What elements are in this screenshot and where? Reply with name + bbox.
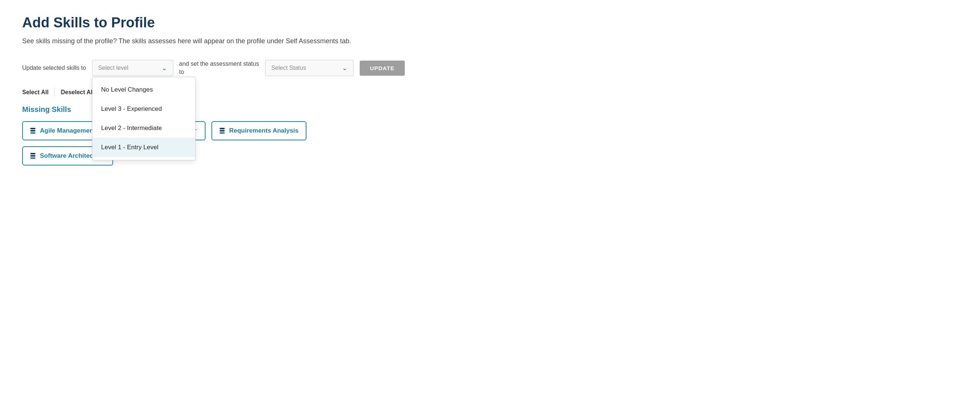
status-select[interactable]: Select Status ⌄ bbox=[265, 60, 354, 76]
mid-label: and set the assessment status to bbox=[179, 60, 259, 76]
level-chevron-icon: ⌄ bbox=[162, 64, 167, 72]
icon-bar-3 bbox=[30, 132, 35, 134]
dropdown-item-no-change[interactable]: No Level Changes bbox=[92, 80, 195, 99]
deselect-all-button[interactable]: Deselect All bbox=[60, 89, 94, 96]
icon-bar-1 bbox=[30, 128, 35, 129]
skill-name-requirements: Requirements Analysis bbox=[229, 127, 298, 135]
page-title: Add Skills to Profile bbox=[22, 15, 958, 31]
skill-icon-requirements bbox=[220, 128, 225, 134]
level-dropdown-container: Select level ⌄ No Level Changes Level 3 … bbox=[92, 60, 173, 76]
level-select[interactable]: Select level ⌄ bbox=[92, 60, 173, 76]
update-button[interactable]: UPDATE bbox=[360, 60, 405, 76]
level-dropdown-menu: No Level Changes Level 3 - Experienced L… bbox=[92, 77, 196, 160]
icon-bar-2 bbox=[30, 130, 35, 132]
page-subtitle: See skills missing of the profile? The s… bbox=[22, 37, 958, 45]
skill-icon-agile bbox=[30, 128, 35, 134]
select-all-button[interactable]: Select All bbox=[22, 89, 54, 96]
skill-icon-software bbox=[30, 153, 35, 159]
icon-bar-3 bbox=[220, 132, 225, 134]
dropdown-item-level3[interactable]: Level 3 - Experienced bbox=[92, 99, 195, 119]
level-select-placeholder: Select level bbox=[98, 65, 129, 71]
update-label: Update selected skills to bbox=[22, 65, 86, 71]
icon-bar-3 bbox=[30, 157, 35, 159]
toolbar: Update selected skills to Select level ⌄… bbox=[22, 60, 958, 76]
dropdown-item-level1[interactable]: Level 1 - Entry Level bbox=[92, 138, 195, 157]
icon-bar-1 bbox=[30, 153, 35, 154]
icon-bar-1 bbox=[220, 128, 225, 129]
icon-bar-2 bbox=[220, 130, 225, 132]
skill-card-requirements-analysis[interactable]: Requirements Analysis bbox=[212, 121, 307, 140]
dropdown-item-level2[interactable]: Level 2 - Intermediate bbox=[92, 119, 195, 138]
divider bbox=[54, 88, 55, 97]
status-chevron-icon: ⌄ bbox=[342, 64, 347, 72]
skill-name-agile: Agile Management bbox=[40, 127, 95, 135]
icon-bar-2 bbox=[30, 155, 35, 157]
status-select-placeholder: Select Status bbox=[271, 65, 306, 71]
